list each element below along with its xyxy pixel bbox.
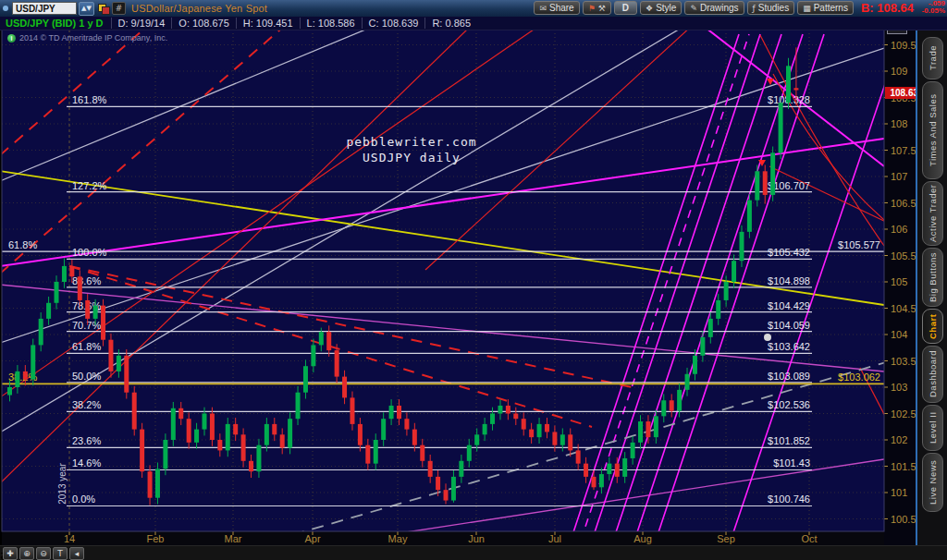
price-tick-label: 101 <box>891 487 907 498</box>
flag-icon: ⚑ <box>588 4 596 13</box>
month-tick-label: Apr <box>304 533 320 544</box>
fib-price-label: $104.898 <box>768 275 810 286</box>
price-tick-label: 104 <box>891 329 907 340</box>
month-tick-label: Sep <box>717 533 735 544</box>
fib-percent-label: 0.0% <box>72 493 95 505</box>
month-tick-label: Feb <box>147 533 165 544</box>
zoom-out-icon[interactable]: ⊖ <box>36 547 51 560</box>
fib-price-label: $104.429 <box>768 300 810 311</box>
patterns-icon: ▦ <box>803 4 811 13</box>
price-tick-label: 106.5 <box>891 198 916 209</box>
drawings-button[interactable]: ✎Drawings <box>684 1 744 15</box>
symbol-info: USD/JPY (BID) 1 y D <box>0 18 111 29</box>
trading-app-window: { "title_bar": { "symbol": "USD/JPY", "d… <box>0 0 947 560</box>
month-tick-label: Jul <box>548 533 561 544</box>
fib2-price-label: $105.577 <box>838 239 880 250</box>
patterns-button[interactable]: ▦Patterns <box>797 1 854 15</box>
ohlc-date: D: 9/19/14 <box>111 18 172 29</box>
text-tool-icon[interactable]: T <box>53 547 68 560</box>
flag-wrench-buttons[interactable]: ⚑⚒ <box>583 1 611 15</box>
price-chart-canvas[interactable]: 161.8%$108.328127.2%$106.707100.0%$105.4… <box>0 0 947 560</box>
sidebar-tab-big-buttons[interactable]: Big Buttons <box>922 248 943 307</box>
pencil-icon: ✎ <box>690 4 697 13</box>
sidebar-tab-live-news[interactable]: Live News <box>922 453 943 512</box>
fib-percent-label: 38.2% <box>72 399 101 410</box>
trend-lines <box>0 26 886 541</box>
bottom-toolbar: ✚⊕⊖T◂ ⇄ <box>0 545 947 560</box>
fib2-percent-label: 61.8% <box>8 239 37 250</box>
sidebar-tab-dashboard[interactable]: Dashboard <box>922 346 943 403</box>
title-bar: ▲▼ # USDollar/Japanese Yen Spot ✉Share ⚑… <box>0 0 947 17</box>
price-tick-label: 100.5 <box>891 514 916 525</box>
wrench-icon: ⚒ <box>598 4 606 13</box>
price-tick-label: 103 <box>891 382 907 393</box>
fib-price-label: $104.059 <box>768 320 810 331</box>
ohlc-high: H: 109.451 <box>236 18 300 29</box>
horizontal-scrollbar[interactable] <box>148 549 805 557</box>
sidebar-tab-trade[interactable]: Trade <box>922 37 943 79</box>
price-tick-label: 109.5 <box>891 40 916 51</box>
zoom-in-icon[interactable]: ⊕ <box>19 547 34 560</box>
price-tick-label: 103.5 <box>891 356 916 367</box>
studies-icon: ƒ <box>753 4 756 13</box>
fib-price-label: $102.536 <box>768 399 810 410</box>
symbol-dropdown-icon[interactable]: ▲▼ <box>79 2 94 16</box>
fib2-price-label: $103.062 <box>838 371 880 383</box>
fib-percent-label: 127.2% <box>72 180 107 191</box>
fib-percent-label: 88.6% <box>72 275 101 286</box>
price-tick-label: 109 <box>891 66 907 77</box>
price-tick-label: 107 <box>891 171 907 182</box>
fib-price-label: $103.089 <box>768 371 810 382</box>
timeframe-button[interactable]: D <box>614 1 637 15</box>
ohlc-open: O: 108.675 <box>171 18 235 29</box>
link-color-icon[interactable] <box>98 3 109 14</box>
month-tick-label: Jun <box>468 533 485 544</box>
sidebar-tab-chart[interactable]: Chart <box>922 309 943 344</box>
month-tick-label: Oct <box>801 533 817 544</box>
fib-percent-label: 100.0% <box>72 247 107 258</box>
price-tick-label: 105.5 <box>891 250 916 262</box>
symbol-description: USDollar/Japanese Yen Spot <box>131 3 267 14</box>
fib-percent-label: 70.7% <box>72 320 101 331</box>
price-change: -.059 -0.05% <box>922 0 945 15</box>
price-tick-label: 102 <box>891 434 907 445</box>
fib-percent-label: 50.0% <box>72 371 101 382</box>
ohlc-low: L: 108.586 <box>300 18 362 29</box>
ohlc-range: R: 0.865 <box>424 18 477 29</box>
price-tick-label: 106 <box>891 224 907 235</box>
info-icon: i <box>7 34 16 43</box>
sidebar-tab-times-and-sales[interactable]: Times And Sales <box>922 81 943 179</box>
copyright-notice: i 2014 © TD Ameritrade IP Company, Inc. <box>7 33 167 43</box>
sidebar-tab-active-trader[interactable]: Active Trader <box>922 181 943 246</box>
chart-watermark: pebblewriter.com USDJPY daily <box>305 134 518 165</box>
fib-price-label: $101.852 <box>768 435 810 446</box>
fib-price-label: $103.642 <box>768 341 810 352</box>
watermark-line1: pebblewriter.com <box>305 134 518 150</box>
share-button[interactable]: ✉Share <box>534 1 579 15</box>
window-dot-icon <box>3 6 8 11</box>
style-icon: ❖ <box>646 4 653 13</box>
style-button[interactable]: ❖Style <box>640 1 682 15</box>
price-tick-label: 105 <box>891 276 907 287</box>
sidebar-tab-level-ii[interactable]: Level II <box>922 405 943 451</box>
month-tick-label: 14 <box>64 533 75 544</box>
fib-percent-label: 161.8% <box>72 94 107 105</box>
studies-button[interactable]: ƒStudies <box>747 1 795 15</box>
sell-arrow-marker <box>767 79 774 85</box>
change-percent: -0.05% <box>922 7 945 15</box>
bid-price: B: 108.64 <box>861 1 914 15</box>
fib-percent-label: 14.6% <box>72 457 101 469</box>
right-sidebar: TradeTimes And SalesActive TraderBig But… <box>916 17 947 545</box>
fib-price-label: $105.432 <box>768 247 810 258</box>
pan-icon[interactable]: ✚ <box>3 547 18 560</box>
ohlc-close: C: 108.639 <box>362 18 425 29</box>
price-tick-label: 101.5 <box>891 461 916 472</box>
year-axis-label: 2013 year <box>57 440 68 529</box>
fib-percent-label: 23.6% <box>72 435 101 446</box>
hash-icon[interactable]: # <box>112 2 126 15</box>
price-tick-label: 108 <box>891 118 907 129</box>
collapse-icon[interactable]: ◂ <box>69 547 84 560</box>
month-tick-label: Mar <box>225 533 242 544</box>
price-tick-label: 107.5 <box>891 145 916 156</box>
symbol-input[interactable] <box>12 2 77 15</box>
